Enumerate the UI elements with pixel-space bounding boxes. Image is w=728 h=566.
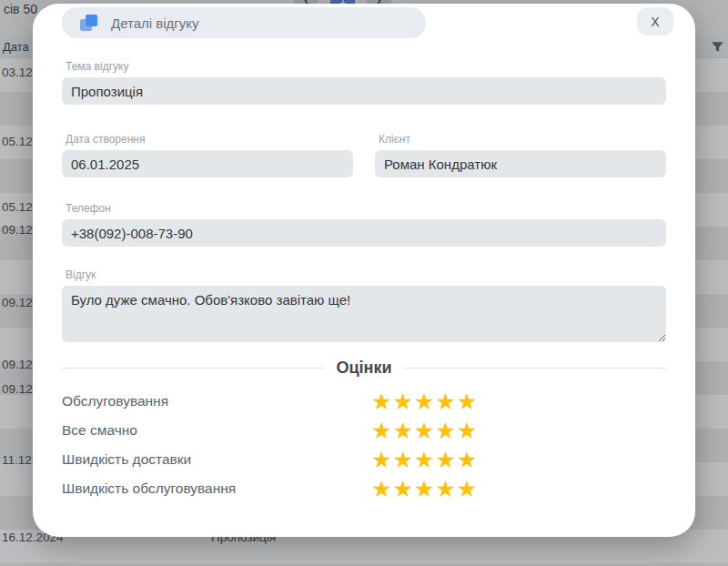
rating-label: Обслуговування: [62, 393, 371, 409]
divider-line-left: [62, 368, 324, 369]
ratings-heading: Оцінки: [337, 359, 392, 378]
modal-titlebar: Деталі відгуку: [62, 7, 426, 38]
close-button[interactable]: X: [637, 7, 673, 35]
field-phone-label: Телефон: [66, 202, 666, 215]
rating-label: Швидкість доставки: [62, 451, 371, 468]
field-created: Дата створення: [62, 133, 353, 177]
field-created-label: Дата створення: [66, 133, 353, 146]
rating-label: Швидкість обслуговування: [62, 480, 371, 497]
field-feedback-label: Відгук: [66, 268, 666, 281]
client-input[interactable]: [375, 150, 666, 177]
ratings-divider: Оцінки: [62, 359, 666, 378]
star-rating[interactable]: ★★★★★: [371, 478, 478, 500]
rating-row: Обслуговування★★★★★: [62, 387, 517, 416]
field-client: Клієнт: [375, 133, 666, 177]
field-topic-label: Тема відгуку: [66, 60, 666, 73]
phone-input[interactable]: [62, 219, 666, 247]
field-client-label: Клієнт: [379, 133, 666, 146]
close-icon: X: [651, 15, 659, 29]
feedback-icon: [80, 14, 98, 32]
star-rating[interactable]: ★★★★★: [371, 419, 478, 442]
feedback-details-modal: Деталі відгуку X Тема відгуку Дата створ…: [33, 4, 695, 537]
field-feedback: Відгук Було дуже смачно. Обов'язково зав…: [62, 268, 666, 342]
divider-line-right: [405, 368, 667, 369]
field-phone: Телефон: [62, 202, 666, 247]
topic-input[interactable]: [62, 77, 666, 105]
star-rating[interactable]: ★★★★★: [371, 449, 478, 471]
rating-row: Швидкість обслуговування★★★★★: [62, 474, 517, 503]
rating-label: Все смачно: [62, 422, 371, 439]
rating-row: Швидкість доставки★★★★★: [62, 445, 517, 474]
ratings-list: Обслуговування★★★★★Все смачно★★★★★Швидкі…: [62, 387, 517, 503]
rating-row: Все смачно★★★★★: [62, 416, 517, 445]
modal-title: Деталі відгуку: [111, 15, 199, 31]
field-topic: Тема відгуку: [62, 60, 666, 105]
feedback-textarea[interactable]: Було дуже смачно. Обов'язково завітаю ще…: [62, 286, 666, 342]
star-rating[interactable]: ★★★★★: [371, 390, 478, 413]
created-date-input[interactable]: [62, 150, 353, 177]
